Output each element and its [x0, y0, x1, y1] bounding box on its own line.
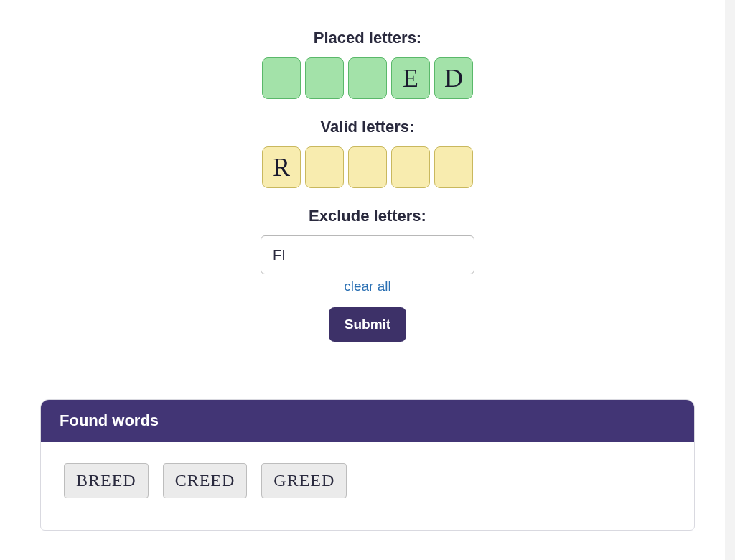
- placed-tile-1[interactable]: [262, 57, 301, 99]
- exclude-label: Exclude letters:: [309, 207, 426, 225]
- word-chip[interactable]: BREED: [64, 463, 149, 498]
- valid-tile-1[interactable]: R: [262, 146, 301, 188]
- exclude-input[interactable]: [261, 235, 474, 274]
- solver-form: Placed letters: E D Valid letters: R Exc…: [0, 0, 735, 342]
- valid-row: R: [262, 146, 473, 188]
- clear-all-link[interactable]: clear all: [344, 279, 390, 294]
- placed-label: Placed letters:: [314, 29, 421, 47]
- valid-tile-2[interactable]: [305, 146, 344, 188]
- placed-tile-3[interactable]: [348, 57, 387, 99]
- submit-button[interactable]: Submit: [329, 307, 406, 342]
- placed-tile-4[interactable]: E: [391, 57, 430, 99]
- results-body: BREED CREED GREED: [41, 442, 694, 530]
- valid-tile-4[interactable]: [391, 146, 430, 188]
- valid-tile-5[interactable]: [434, 146, 473, 188]
- placed-row: E D: [262, 57, 473, 99]
- valid-label: Valid letters:: [321, 118, 415, 136]
- valid-tile-3[interactable]: [348, 146, 387, 188]
- placed-tile-5[interactable]: D: [434, 57, 473, 99]
- placed-tile-2[interactable]: [305, 57, 344, 99]
- results-card: Found words BREED CREED GREED: [40, 399, 695, 531]
- word-chip[interactable]: GREED: [261, 463, 347, 498]
- word-chip[interactable]: CREED: [163, 463, 248, 498]
- scrollbar-track[interactable]: [725, 0, 735, 531]
- results-header: Found words: [41, 400, 694, 442]
- exclude-wrap: clear all Submit: [261, 235, 474, 342]
